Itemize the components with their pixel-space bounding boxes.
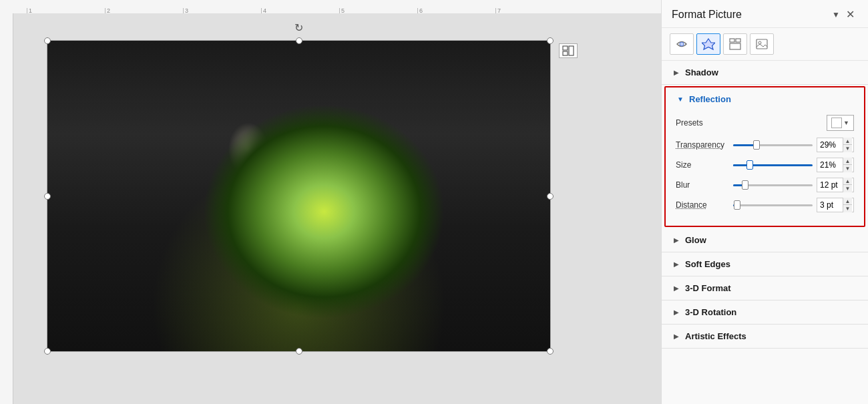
transparency-thumb[interactable] <box>753 140 760 150</box>
panel-title: Format Picture <box>672 9 742 21</box>
reflection-body: Presets ▼ Transparency <box>666 111 864 226</box>
reflection-expand-arrow: ▼ <box>676 95 685 104</box>
svg-rect-6 <box>736 39 740 42</box>
distance-thumb[interactable] <box>734 200 740 210</box>
section-3d-rotation-header[interactable]: ▶ 3-D Rotation <box>662 300 868 324</box>
transparency-input[interactable]: 29% ▲ ▼ <box>817 138 854 152</box>
section-soft-edges: ▶ Soft Edges <box>662 252 868 276</box>
layout-options-icon[interactable] <box>559 43 578 58</box>
size-thumb[interactable] <box>746 160 753 170</box>
tab-layout[interactable] <box>723 33 747 55</box>
svg-rect-7 <box>730 43 740 49</box>
selected-image[interactable]: ↻ <box>47 40 551 352</box>
svg-rect-8 <box>756 39 767 49</box>
transparency-up[interactable]: ▲ <box>843 138 852 145</box>
distance-slider[interactable] <box>733 204 813 206</box>
size-slider-container[interactable] <box>733 164 813 166</box>
blur-up[interactable]: ▲ <box>843 178 852 185</box>
blur-slider-container[interactable] <box>733 184 813 186</box>
blur-value: 12 pt <box>820 180 838 190</box>
tab-fill-line[interactable] <box>670 33 694 55</box>
section-glow-header[interactable]: ▶ Glow <box>662 228 868 252</box>
image-content <box>47 40 551 352</box>
transparency-value: 29% <box>820 140 836 150</box>
presets-chevron-icon: ▼ <box>843 120 849 126</box>
blur-spinners: ▲ ▼ <box>843 178 852 192</box>
reflection-title: Reflection <box>689 94 731 104</box>
presets-button[interactable]: ▼ <box>827 115 854 131</box>
3d-format-expand-arrow: ▶ <box>672 284 681 293</box>
canvas-area: 1 2 3 4 5 6 7 ↻ <box>0 0 661 404</box>
image-workspace: ↻ <box>13 13 661 404</box>
svg-rect-2 <box>563 51 568 55</box>
section-shadow-header[interactable]: ▶ Shadow <box>662 61 868 84</box>
distance-label: Distance <box>676 200 729 210</box>
blur-label: Blur <box>676 180 729 190</box>
size-row: Size 21% ▲ ▼ <box>676 158 854 172</box>
transparency-down[interactable]: ▼ <box>843 145 852 152</box>
size-slider[interactable] <box>733 164 813 166</box>
svg-rect-1 <box>569 46 574 55</box>
panel-tabs <box>662 28 868 61</box>
artistic-effects-expand-arrow: ▶ <box>672 332 681 341</box>
presets-preview <box>831 118 842 128</box>
shadow-expand-arrow: ▶ <box>672 68 681 77</box>
section-soft-edges-header[interactable]: ▶ Soft Edges <box>662 252 868 276</box>
svg-marker-4 <box>702 39 715 49</box>
tab-effects[interactable] <box>696 33 720 55</box>
svg-rect-0 <box>563 46 568 50</box>
size-label: Size <box>676 160 729 170</box>
transparency-label: Transparency <box>676 140 729 150</box>
distance-spinners: ▲ ▼ <box>843 198 852 212</box>
transparency-spinners: ▲ ▼ <box>843 138 852 152</box>
size-value: 21% <box>820 160 836 170</box>
section-artistic-effects: ▶ Artistic Effects <box>662 325 868 349</box>
blur-input[interactable]: 12 pt ▲ ▼ <box>817 178 854 192</box>
distance-row: Distance 3 pt ▲ ▼ <box>676 198 854 212</box>
3d-format-title: 3-D Format <box>685 283 731 293</box>
size-up[interactable]: ▲ <box>843 158 852 165</box>
reflection-presets-row: Presets ▼ <box>676 115 854 131</box>
shadow-title: Shadow <box>685 67 718 77</box>
distance-up[interactable]: ▲ <box>843 198 852 205</box>
presets-label: Presets <box>676 118 729 128</box>
size-down[interactable]: ▼ <box>843 165 852 172</box>
soft-edges-title: Soft Edges <box>685 259 730 269</box>
section-3d-format-header[interactable]: ▶ 3-D Format <box>662 276 868 300</box>
section-artistic-effects-header[interactable]: ▶ Artistic Effects <box>662 325 868 348</box>
artistic-effects-title: Artistic Effects <box>685 331 746 341</box>
blur-thumb[interactable] <box>742 180 748 190</box>
distance-slider-container[interactable] <box>733 204 813 206</box>
3d-rotation-title: 3-D Rotation <box>685 307 736 317</box>
blur-slider[interactable] <box>733 184 813 186</box>
transparency-row: Transparency 29% ▲ ▼ <box>676 138 854 152</box>
section-3d-rotation: ▶ 3-D Rotation <box>662 300 868 325</box>
glow-title: Glow <box>685 235 706 245</box>
distance-value: 3 pt <box>820 200 833 210</box>
glow-expand-arrow: ▶ <box>672 236 681 245</box>
ruler-left <box>0 13 13 404</box>
distance-down[interactable]: ▼ <box>843 205 852 212</box>
panel-close-button[interactable]: ✕ <box>843 7 858 22</box>
section-shadow: ▶ Shadow <box>662 61 868 85</box>
blur-row: Blur 12 pt ▲ ▼ <box>676 178 854 192</box>
section-glow: ▶ Glow <box>662 228 868 252</box>
svg-rect-5 <box>730 39 734 42</box>
section-reflection-header[interactable]: ▼ Reflection <box>666 87 864 111</box>
panel-header: Format Picture ▼ ✕ <box>662 0 868 28</box>
transparency-slider[interactable] <box>733 144 813 146</box>
svg-point-3 <box>680 42 684 46</box>
distance-input[interactable]: 3 pt ▲ ▼ <box>817 198 854 212</box>
3d-rotation-expand-arrow: ▶ <box>672 308 681 317</box>
panel-dropdown-icon[interactable]: ▼ <box>832 10 840 19</box>
section-reflection: ▼ Reflection Presets ▼ Transparency <box>664 86 865 227</box>
soft-edges-expand-arrow: ▶ <box>672 260 681 269</box>
size-input[interactable]: 21% ▲ ▼ <box>817 158 854 172</box>
transparency-slider-container[interactable] <box>733 144 813 146</box>
tab-picture[interactable] <box>750 33 774 55</box>
blur-down[interactable]: ▼ <box>843 185 852 192</box>
section-3d-format: ▶ 3-D Format <box>662 276 868 300</box>
rotate-handle[interactable]: ↻ <box>292 21 306 34</box>
ruler-top: 1 2 3 4 5 6 7 <box>0 0 661 13</box>
size-spinners: ▲ ▼ <box>843 158 852 172</box>
